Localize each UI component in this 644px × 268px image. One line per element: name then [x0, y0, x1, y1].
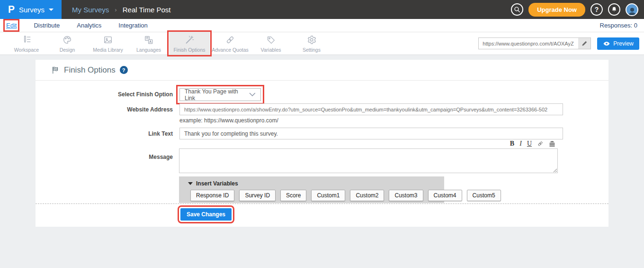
questionpro-logo: P [8, 3, 15, 15]
notifications-button[interactable] [608, 3, 620, 16]
variable-custom5[interactable]: Custom5 [467, 190, 501, 201]
message-label: Message [69, 154, 173, 160]
breadcrumb: My Surveys › Real Time Post [72, 6, 170, 14]
design-palette-icon [62, 35, 72, 45]
search-icon [514, 6, 520, 13]
nav-tabs: Edit Distribute Analytics Integration [0, 22, 148, 29]
bold-button[interactable]: B [510, 140, 514, 147]
bell-icon [611, 6, 617, 13]
variable-custom3[interactable]: Custom3 [389, 190, 423, 201]
link-icon [537, 140, 544, 147]
variable-response-id[interactable]: Response ID [190, 190, 234, 201]
insert-link-button[interactable] [537, 140, 544, 147]
preview-label: Preview [613, 40, 634, 47]
tab-edit[interactable]: Edit [6, 22, 17, 29]
align-button[interactable] [549, 140, 555, 147]
toolbar-item-design[interactable]: Design [47, 32, 88, 55]
top-header: P Surveys My Surveys › Real Time Post Up… [0, 0, 644, 19]
responses-count[interactable]: Responses: 0 [600, 22, 644, 29]
advance-quotas-links-icon [225, 35, 235, 45]
page-title: Finish Options [64, 65, 116, 75]
product-name: Surveys [19, 6, 45, 14]
finish-option-label: Select Finish Option [69, 91, 173, 98]
edit-url-button[interactable] [578, 38, 590, 49]
survey-url-field [478, 37, 591, 49]
person-icon [627, 7, 637, 15]
flag-icon [51, 66, 60, 74]
chevron-down-icon [249, 92, 256, 97]
toolbar-item-advance-quotas[interactable]: Advance Quotas [210, 32, 250, 55]
user-avatar[interactable] [626, 3, 638, 16]
variable-buttons: Response ID Survey ID Score Custom1 Cust… [179, 187, 444, 201]
save-changes-button[interactable]: Save Changes [180, 208, 232, 221]
toolbar-items: Workspace Design Media Library Languages… [0, 32, 332, 55]
preview-button[interactable]: Preview [597, 37, 639, 50]
panel-header: Finish Options ? [36, 60, 608, 81]
search-button[interactable] [511, 3, 523, 16]
workspace-icon [21, 35, 32, 45]
settings-gear-icon [306, 35, 317, 45]
variable-custom4[interactable]: Custom4 [428, 190, 462, 201]
edit-toolbar: Workspace Design Media Library Languages… [0, 32, 644, 55]
survey-nav: Edit Distribute Analytics Integration Re… [0, 19, 644, 32]
toolbar-item-languages[interactable]: Languages [128, 32, 169, 55]
italic-button[interactable]: I [519, 140, 522, 147]
collapse-caret-icon [188, 182, 193, 185]
pencil-icon [581, 40, 588, 46]
media-library-icon [103, 35, 113, 45]
variable-custom1[interactable]: Custom1 [311, 190, 345, 201]
languages-icon [143, 35, 154, 45]
finish-options-wand-icon [184, 35, 195, 45]
insert-variables-header[interactable]: Insert Variables [179, 176, 444, 187]
toolbar-right: Preview [478, 32, 644, 55]
survey-url-input[interactable] [478, 37, 591, 49]
finish-options-panel: Finish Options ? Select Finish Option Th… [36, 60, 608, 227]
website-address-label: Website Address [69, 106, 173, 113]
variable-custom2[interactable]: Custom2 [350, 190, 384, 201]
website-address-input[interactable] [179, 103, 563, 115]
website-address-hint: example: https://www.questionpro.com/ [179, 117, 278, 124]
toolbar-item-media-library[interactable]: Media Library [88, 32, 128, 55]
insert-variables-panel: Insert Variables Response ID Survey ID S… [179, 176, 444, 203]
question-mark-icon: ? [595, 6, 599, 13]
link-text-input[interactable] [179, 128, 563, 139]
chevron-down-icon [49, 9, 54, 11]
toolbar-item-finish-options[interactable]: Finish Options [169, 32, 210, 55]
product-switcher[interactable]: P Surveys [0, 0, 62, 19]
variable-survey-id[interactable]: Survey ID [239, 190, 276, 201]
help-icon[interactable]: ? [120, 66, 128, 74]
upgrade-now-button[interactable]: Upgrade Now [528, 3, 585, 17]
variable-score[interactable]: Score [280, 190, 306, 201]
tab-distribute[interactable]: Distribute [34, 22, 60, 29]
breadcrumb-survey-name: Real Time Post [123, 6, 171, 14]
underline-button[interactable]: U [527, 140, 532, 147]
align-lines-icon [549, 140, 555, 147]
tab-analytics[interactable]: Analytics [77, 22, 101, 29]
finish-option-value: Thank You Page with Link [185, 88, 249, 102]
format-toolbar: B I U [510, 140, 555, 147]
finish-option-select[interactable]: Thank You Page with Link [179, 88, 261, 101]
breadcrumb-my-surveys[interactable]: My Surveys [72, 6, 109, 14]
toolbar-item-settings[interactable]: Settings [291, 32, 332, 55]
toolbar-item-workspace[interactable]: Workspace [6, 32, 47, 55]
toolbar-item-variables[interactable]: Variables [250, 32, 291, 55]
message-textarea[interactable] [179, 148, 558, 173]
help-button[interactable]: ? [590, 3, 603, 16]
insert-variables-label: Insert Variables [196, 180, 238, 187]
eye-icon [603, 41, 610, 46]
breadcrumb-separator: › [115, 6, 116, 13]
link-text-label: Link Text [69, 130, 173, 137]
header-actions: Upgrade Now ? [511, 3, 644, 17]
tab-integration[interactable]: Integration [118, 22, 147, 29]
variables-tag-icon [266, 35, 276, 45]
section-divider [36, 203, 608, 204]
